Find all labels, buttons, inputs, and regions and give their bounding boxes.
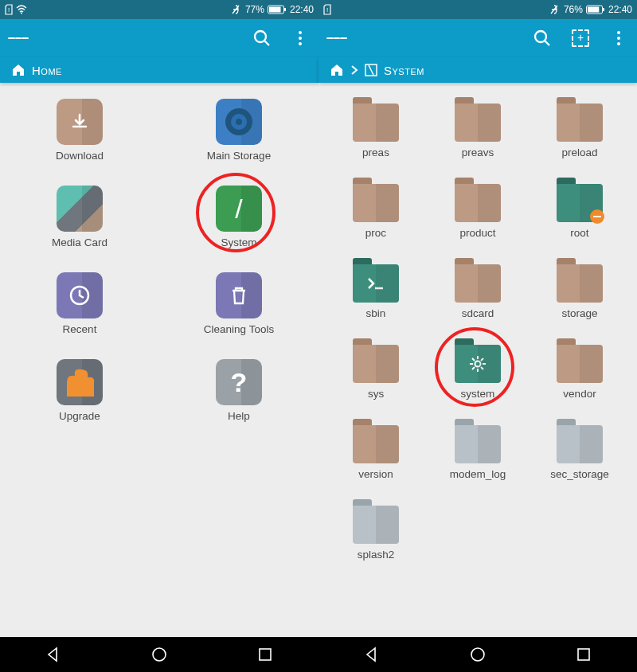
item-cleaning[interactable]: Cleaning Tools: [191, 272, 287, 335]
item-label: Recent: [63, 323, 97, 335]
folder-icon: [353, 184, 399, 222]
app-bar: [0, 19, 318, 57]
download-icon: [57, 99, 103, 145]
svg-point-30: [471, 648, 484, 661]
item-label: preas: [362, 147, 389, 158]
folder-icon: [455, 184, 501, 222]
folder-icon: [557, 425, 603, 463]
svg-rect-29: [260, 649, 271, 660]
item-label: vendor: [563, 388, 596, 400]
battery-icon: [586, 5, 605, 14]
svg-rect-4: [284, 8, 286, 11]
select-icon[interactable]: [570, 28, 591, 49]
recent-button[interactable]: [573, 644, 594, 665]
search-icon[interactable]: [252, 28, 272, 49]
menu-icon[interactable]: [8, 28, 29, 49]
breadcrumb-label: System: [384, 64, 424, 77]
item-label: Main Storage: [207, 150, 271, 162]
item-label: proc: [365, 227, 386, 239]
item-sys[interactable]: sys: [328, 340, 424, 400]
item-label: sbin: [366, 307, 386, 319]
sim-icon: !: [323, 4, 331, 15]
svg-line-27: [481, 358, 483, 361]
svg-line-26: [472, 367, 475, 369]
overflow-icon[interactable]: [608, 28, 629, 49]
folder-icon: [455, 104, 501, 142]
folder-icon: [557, 264, 603, 303]
folder-icon: [353, 345, 399, 383]
item-label: sdcard: [462, 307, 494, 319]
item-label: Cleaning Tools: [204, 323, 274, 335]
item-help[interactable]: ?Help: [191, 359, 287, 422]
svg-text:!: !: [8, 6, 10, 14]
item-preas[interactable]: preas: [328, 99, 424, 158]
item-modem_log[interactable]: modem_log: [430, 420, 526, 480]
home-button[interactable]: [467, 644, 488, 665]
item-label: root: [570, 227, 588, 239]
item-label: modem_log: [450, 468, 506, 480]
item-label: System: [221, 236, 256, 248]
item-proc[interactable]: proc: [328, 179, 424, 239]
search-icon[interactable]: [532, 28, 553, 49]
item-main-storage[interactable]: Main Storage: [191, 99, 287, 162]
svg-rect-31: [578, 649, 589, 660]
item-download[interactable]: Download: [32, 99, 127, 162]
cleaning-icon: [216, 272, 262, 318]
item-upgrade[interactable]: Upgrade: [32, 359, 127, 422]
wifi-icon: [16, 5, 27, 14]
mute-icon: [549, 4, 561, 15]
svg-text:!: !: [326, 6, 328, 14]
folder-icon: [455, 345, 501, 383]
item-media-card[interactable]: Media Card: [32, 186, 127, 248]
svg-point-15: [535, 31, 546, 42]
svg-rect-14: [603, 8, 604, 11]
home-icon: [11, 63, 25, 77]
home-icon: [330, 63, 344, 77]
folder-icon: [353, 425, 399, 463]
item-label: product: [459, 227, 495, 239]
recent-button[interactable]: [255, 644, 276, 665]
breadcrumb-label: Home: [32, 64, 62, 77]
item-system[interactable]: /System: [191, 186, 287, 248]
folder-icon: [353, 506, 399, 544]
item-label: preload: [561, 147, 597, 158]
item-recent[interactable]: Recent: [32, 272, 127, 335]
screen-home: ! 77% 22:40 Home DownloadMain StorageMed…: [0, 0, 318, 637]
app-bar: [318, 19, 637, 57]
item-system[interactable]: system: [430, 340, 526, 400]
home-button[interactable]: [149, 644, 170, 665]
breadcrumb[interactable]: System: [318, 57, 637, 83]
overflow-icon[interactable]: [290, 28, 311, 49]
breadcrumb[interactable]: Home: [0, 57, 318, 83]
menu-icon[interactable]: [326, 28, 347, 49]
svg-line-18: [369, 65, 373, 75]
item-version[interactable]: version: [328, 420, 424, 480]
item-splash2[interactable]: splash2: [328, 501, 424, 561]
item-label: preavs: [462, 147, 494, 158]
item-product[interactable]: product: [430, 179, 526, 239]
item-sdcard[interactable]: sdcard: [430, 260, 526, 319]
item-root[interactable]: root: [532, 179, 627, 239]
item-preavs[interactable]: preavs: [430, 99, 526, 158]
folder-icon: [557, 104, 603, 142]
sim-icon: !: [5, 4, 13, 15]
item-storage[interactable]: storage: [532, 260, 627, 319]
item-sec_storage[interactable]: sec_storage: [532, 420, 627, 480]
folder-icon: [353, 264, 399, 303]
svg-line-6: [264, 41, 269, 45]
item-label: sec_storage: [550, 468, 609, 480]
svg-point-19: [475, 361, 481, 367]
item-vendor[interactable]: vendor: [532, 340, 627, 400]
battery-pct: 76%: [564, 4, 583, 15]
item-sbin[interactable]: sbin: [328, 260, 424, 319]
status-bar: ! 76% 22:40: [318, 0, 637, 19]
item-preload[interactable]: preload: [532, 99, 627, 158]
folder-icon: [557, 184, 603, 222]
item-label: Download: [56, 150, 104, 162]
media-card-icon: [57, 186, 103, 232]
item-label: Upgrade: [59, 410, 100, 422]
folder-icon: [557, 345, 603, 383]
back-button[interactable]: [43, 644, 64, 665]
recent-icon: [57, 272, 103, 318]
back-button[interactable]: [361, 644, 382, 665]
